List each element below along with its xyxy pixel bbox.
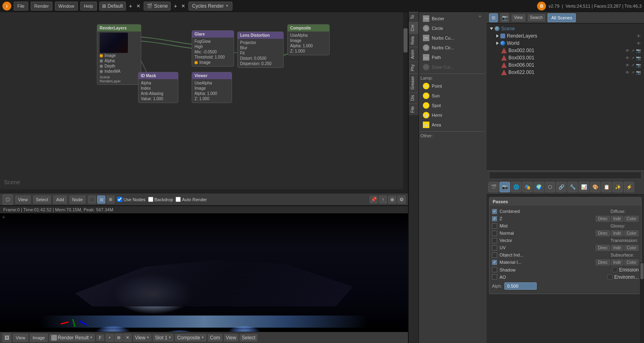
props-world-icon[interactable]: 🌍 [533,182,544,192]
right-vscrollbar[interactable] [640,262,644,343]
node-canvas[interactable]: RenderLayers Image Alpha Depth IndexMA S… [0,12,408,189]
renderlayers-expand-icon[interactable] [496,34,499,38]
box006-eye[interactable]: 👁 [625,63,629,67]
box002-cursor[interactable]: ↗ [631,48,634,53]
tab-file[interactable]: File [409,103,418,115]
menu-item-nurbs-circle[interactable]: ○ Nurbs Cir... [420,43,485,53]
view-tree-btn[interactable]: View [512,14,525,21]
props-modifiers-icon[interactable]: 🔧 [567,182,578,192]
tab-grease[interactable]: Grease [409,74,418,92]
use-nodes-label[interactable]: Use Nodes [117,197,145,202]
tab-rela[interactable]: Rela [409,34,418,47]
props-material-icon[interactable]: 🎨 [590,182,600,192]
world-expand-icon[interactable] [496,42,499,45]
material-color-btn[interactable]: Color [624,259,639,265]
alpha-input[interactable] [504,282,537,290]
box006-cursor[interactable]: ↗ [631,63,634,67]
menu-item-spot[interactable]: ⌾ Spot [420,101,485,110]
material-indir-btn[interactable]: Indir [611,259,623,265]
viewport-view-btn[interactable]: View [13,334,28,342]
combined-checkbox[interactable] [492,209,497,214]
normal-direc-btn[interactable]: Direc [596,230,610,236]
box002-camera[interactable]: 📷 [636,48,641,53]
world-eye[interactable]: 👁 [637,41,641,46]
backdrop-label[interactable]: Backdrop [148,197,173,202]
props-output-icon[interactable]: 🌐 [511,182,521,192]
props-render-icon[interactable]: 🎬 [488,182,499,192]
context-plus-btn[interactable]: + [479,14,485,20]
box002-eye[interactable]: 👁 [625,48,629,53]
node-glare[interactable]: Glare FogGlow High Mix: -0.0500 Threshol… [192,30,234,67]
uv-indir-btn[interactable]: Indir [611,245,623,251]
uv-color-btn[interactable]: Color [624,245,639,251]
props-data-icon[interactable]: 📊 [579,182,589,192]
uv-direc-btn[interactable]: Direc [596,245,610,251]
pin-icon[interactable]: 📌 [370,196,378,204]
box003-cursor[interactable]: ↗ [631,56,634,60]
add-workspace-button[interactable]: + [128,3,133,9]
menu-item-circle[interactable]: ○ Circle [420,23,485,33]
right-vscrollbar-thumb[interactable] [640,263,644,279]
viewport-editor-icon[interactable]: 🖼 [2,333,11,342]
node-add-btn[interactable]: Add [53,196,67,204]
search-tree-btn[interactable]: Search [528,14,546,21]
image-btn[interactable]: Image [30,334,48,342]
scene-expand-icon[interactable] [490,27,493,30]
f-btn[interactable]: F [96,335,104,341]
camera-mode-icon[interactable]: 📷 [500,13,509,22]
z-direc-btn[interactable]: Direc [596,216,610,222]
bottom-select-selector[interactable]: Select [240,334,257,341]
help-menu[interactable]: Help [80,2,97,11]
box003-eye[interactable]: 👁 [625,56,629,60]
tree-item-renderlayers[interactable]: RenderLayers 👁 [495,32,642,40]
tree-item-box003[interactable]: Box003.001 👁 ↗ 📷 [495,54,642,61]
render-result-selector[interactable]: Render Result ▼ [49,334,95,341]
menu-item-nurbs-curve[interactable]: 〜 Nurbs Cu... [420,33,485,43]
node-viewer[interactable]: Viewer UseAlpha Image Alpha: 1.000 Z: 1.… [192,72,232,103]
normal-checkbox[interactable] [492,231,497,236]
normal-indir-btn[interactable]: Indir [611,230,623,236]
box003-camera[interactable]: 📷 [636,56,641,60]
node-view-btn[interactable]: View [15,196,31,204]
grid-btn[interactable]: ⊞ [115,334,123,342]
menu-item-bezier[interactable]: 〜 Bezier [420,14,479,23]
node-btn-2[interactable]: ▤ [97,196,105,204]
props-object-icon[interactable]: ⬡ [545,182,555,192]
material-checkbox[interactable] [492,260,497,265]
props-icon[interactable]: ⚙ [397,196,406,204]
box622-cursor[interactable]: ↗ [631,70,634,75]
tree-item-scene[interactable]: Scene [488,25,642,32]
z-color-btn[interactable]: Color [624,216,639,222]
node-btn-1[interactable]: ⬛ [88,196,96,204]
node-lens-distortion[interactable]: Lens Distortion Projector Blur Fit Disto… [237,32,284,68]
node-composite[interactable]: Composite UseAlpha Image Alpha: 1.000 Z:… [287,24,330,55]
tab-to[interactable]: To [409,12,418,22]
node-render-layers[interactable]: RenderLayers Image Alpha Depth IndexMA S… [97,24,141,85]
render-menu[interactable]: Render [31,2,52,11]
bottom-view-selector[interactable]: View [224,334,238,341]
arrow-icon[interactable]: ↑ [379,196,387,204]
view-selector[interactable]: View ▼ [133,334,152,341]
props-physics-icon[interactable]: ⚡ [624,182,634,192]
slot-selector[interactable]: Slot 1 ▼ [153,334,174,341]
render-engine-selector[interactable]: Cycles Render ▼ [188,2,232,11]
tab-phy[interactable]: Phy [409,61,418,74]
tree-mode-icon[interactable]: ⊞ [489,13,498,22]
backdrop-checkbox[interactable] [148,197,153,202]
material-direc-btn[interactable]: Direc [596,259,610,265]
tree-item-box002[interactable]: Box002.001 👁 ↗ 📷 [495,47,642,54]
com-selector[interactable]: Com [208,334,222,341]
props-texture-icon[interactable]: 📋 [601,182,612,192]
props-particles-icon[interactable]: ✨ [613,182,623,192]
auto-render-label[interactable]: Auto Render [176,197,207,202]
node-id-mask[interactable]: ID Mask Alpha Index Anti-Aliasing Value:… [138,72,178,103]
node-vscrollbar[interactable] [403,12,408,189]
node-node-btn[interactable]: Node [69,196,86,204]
objectind-checkbox[interactable] [492,253,497,258]
node-editor-icon[interactable]: ⬡ [2,194,13,205]
scene-selector[interactable]: 🎬 Scene [144,2,171,11]
menu-item-area[interactable]: ▣ Area [420,120,485,130]
box622-camera[interactable]: 📷 [636,70,641,75]
add-scene-button[interactable]: + [173,3,178,9]
ao-checkbox[interactable] [492,274,497,280]
